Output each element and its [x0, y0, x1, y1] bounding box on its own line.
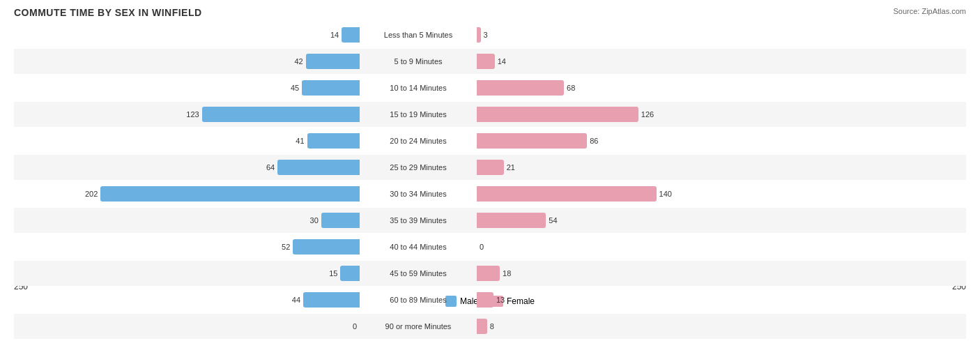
right-section: 68 — [474, 80, 822, 96]
right-section: 3 — [474, 27, 822, 43]
female-value: 68 — [564, 84, 575, 92]
bar-row: 1545 to 59 Minutes18 — [14, 261, 966, 286]
female-bar — [477, 107, 638, 122]
male-bar — [293, 239, 360, 255]
female-bar — [477, 266, 500, 281]
female-value: 140 — [657, 190, 672, 198]
bar-row: 3035 to 39 Minutes54 — [14, 208, 966, 233]
bar-row: 5240 to 44 Minutes0 — [14, 234, 966, 259]
female-value: 18 — [500, 269, 511, 278]
row-label: 15 to 19 Minutes — [362, 110, 474, 119]
row-label: 30 to 34 Minutes — [362, 190, 474, 198]
left-section: 123 — [14, 107, 362, 122]
row-label: 10 to 14 Minutes — [362, 84, 474, 92]
male-value-zero: 0 — [353, 322, 360, 331]
right-section: 126 — [474, 107, 822, 122]
male-value: 14 — [330, 31, 342, 39]
male-bar — [100, 186, 360, 202]
row-label: 40 to 44 Minutes — [362, 243, 474, 251]
male-value: 64 — [266, 163, 277, 172]
right-section: 0 — [474, 243, 822, 251]
bar-row: 090 or more Minutes8 — [14, 314, 966, 339]
left-section: 30 — [14, 213, 362, 228]
right-section: 86 — [474, 133, 822, 149]
row-label: 20 to 24 Minutes — [362, 137, 474, 145]
bar-row: 6425 to 29 Minutes21 — [14, 155, 966, 180]
right-section: 21 — [474, 160, 822, 175]
right-section: 18 — [474, 266, 822, 281]
female-value-zero: 0 — [477, 243, 484, 251]
left-section: 41 — [14, 133, 362, 149]
male-value: 52 — [282, 243, 293, 251]
female-bar — [477, 80, 564, 96]
bar-row: 4460 to 89 Minutes13 — [14, 287, 966, 312]
left-section: 42 — [14, 54, 362, 69]
left-section: 64 — [14, 160, 362, 175]
female-value: 8 — [487, 322, 494, 331]
male-value: 123 — [186, 110, 201, 119]
left-section: 45 — [14, 80, 362, 96]
male-value: 45 — [291, 84, 302, 92]
left-section: 0 — [14, 322, 362, 331]
bar-row: 14Less than 5 Minutes3 — [14, 22, 966, 47]
chart-inner: 14Less than 5 Minutes3425 to 9 Minutes14… — [14, 22, 966, 324]
chart-container: COMMUTE TIME BY SEX IN WINFIELD Source: … — [0, 0, 980, 364]
right-section: 8 — [474, 319, 822, 334]
right-section: 13 — [474, 292, 822, 308]
male-value: 202 — [85, 190, 100, 198]
row-label: Less than 5 Minutes — [362, 31, 474, 39]
row-label: 90 or more Minutes — [362, 322, 474, 331]
female-value: 126 — [638, 110, 654, 119]
male-bar — [306, 54, 360, 69]
female-bar — [477, 133, 587, 149]
female-bar — [477, 213, 546, 228]
right-section: 54 — [474, 213, 822, 228]
male-value: 44 — [292, 296, 303, 304]
bar-row: 425 to 9 Minutes14 — [14, 49, 966, 74]
left-section: 15 — [14, 266, 362, 281]
male-bar — [342, 27, 360, 43]
male-bar — [303, 292, 360, 308]
bar-row: 12315 to 19 Minutes126 — [14, 102, 966, 127]
left-section: 52 — [14, 239, 362, 255]
male-bar — [321, 213, 360, 228]
female-bar — [477, 160, 504, 175]
male-bar — [277, 160, 360, 175]
male-bar — [307, 133, 360, 149]
female-value: 3 — [481, 31, 488, 39]
bar-row: 4120 to 24 Minutes86 — [14, 128, 966, 153]
male-value: 42 — [294, 57, 305, 66]
male-bar — [340, 266, 360, 281]
female-value: 54 — [546, 216, 557, 225]
row-label: 25 to 29 Minutes — [362, 163, 474, 172]
source-label: Source: ZipAtlas.com — [893, 7, 966, 15]
female-bar — [477, 54, 495, 69]
female-value: 14 — [495, 57, 506, 66]
row-label: 5 to 9 Minutes — [362, 57, 474, 66]
male-value: 41 — [296, 137, 307, 145]
female-value: 13 — [493, 296, 505, 304]
right-section: 140 — [474, 186, 822, 202]
row-label: 45 to 59 Minutes — [362, 269, 474, 278]
chart-title: COMMUTE TIME BY SEX IN WINFIELD — [14, 7, 966, 18]
left-section: 14 — [14, 27, 362, 43]
female-value: 21 — [504, 163, 515, 172]
female-bar — [477, 319, 487, 334]
bar-row: 4510 to 14 Minutes68 — [14, 75, 966, 100]
right-section: 14 — [474, 54, 822, 69]
row-label: 60 to 89 Minutes — [362, 296, 474, 304]
left-section: 202 — [14, 186, 362, 202]
female-bar — [477, 186, 657, 202]
row-label: 35 to 39 Minutes — [362, 216, 474, 225]
male-value: 15 — [329, 269, 340, 278]
male-value: 30 — [310, 216, 321, 225]
female-bar — [477, 292, 493, 308]
bars-area: 14Less than 5 Minutes3425 to 9 Minutes14… — [14, 22, 966, 282]
bar-row: 20230 to 34 Minutes140 — [14, 181, 966, 206]
female-value: 86 — [587, 137, 598, 145]
male-bar — [202, 107, 360, 122]
male-bar — [302, 80, 360, 96]
left-section: 44 — [14, 292, 362, 308]
